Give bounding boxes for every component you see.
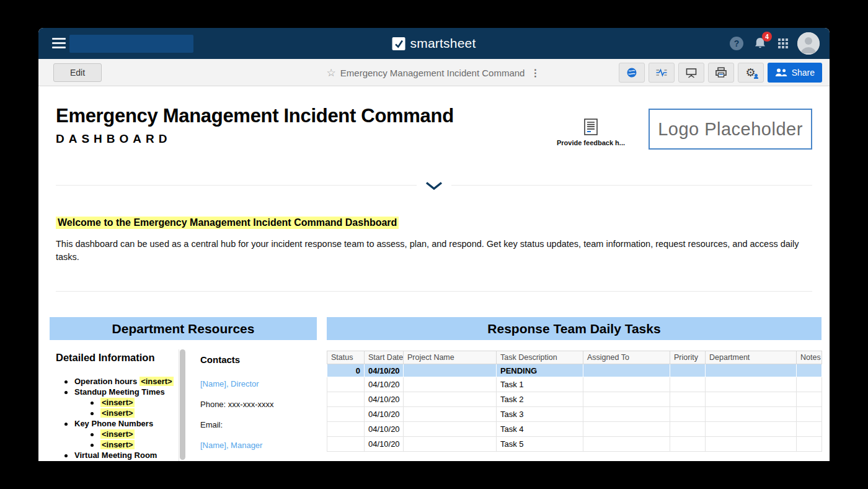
cell-assigned_to <box>583 364 670 377</box>
settings-button[interactable]: ⚙ <box>738 63 764 83</box>
page-title: Emergency Management Incident Command <box>56 105 454 127</box>
cell-task_description: Task 3 <box>497 407 583 422</box>
bullet-item: <insert> <box>56 408 198 419</box>
cell-department <box>706 437 797 452</box>
app-launcher-icon[interactable] <box>778 38 788 48</box>
cell-assigned_to <box>583 422 670 437</box>
feedback-document-icon <box>584 119 598 135</box>
bullet-item: <insert> <box>56 440 198 451</box>
cell-assigned_to <box>583 437 670 452</box>
cell-project_name <box>404 392 497 407</box>
page-subtitle: DASHBOARD <box>56 132 172 146</box>
smartsheet-logo[interactable]: smartsheet <box>392 28 476 59</box>
activity-log-button[interactable] <box>649 63 675 83</box>
more-options-icon[interactable]: ⋮ <box>529 67 541 79</box>
cell-priority <box>670 377 706 392</box>
favorite-star-icon[interactable]: ☆ <box>327 66 336 79</box>
cell-project_name <box>404 407 497 422</box>
cell-notes <box>797 422 822 437</box>
cell-start_date: 04/10/20 <box>365 422 404 437</box>
hamburger-menu-icon[interactable] <box>52 38 66 48</box>
top-actions: ? 4 <box>730 28 820 59</box>
scrollbar-thumb[interactable] <box>180 349 185 460</box>
table-row: 04/10/20Task 5 <box>327 437 822 452</box>
bullet-item: Virtual Meeting Room <box>56 451 198 461</box>
tasks-report-widget: StatusStart DateProject NameTask Descrip… <box>327 351 822 452</box>
feedback-label: Provide feedback h... <box>550 139 632 146</box>
contact-link[interactable]: [Name], Manager <box>200 435 312 455</box>
tasks-header-row: StatusStart DateProject NameTask Descrip… <box>327 351 822 364</box>
column-header: Assigned To <box>583 351 670 364</box>
share-people-icon <box>775 68 787 77</box>
cell-start_date: 04/10/20 <box>365 377 404 392</box>
column-header: Status <box>327 351 365 364</box>
publish-globe-button[interactable] <box>619 63 645 83</box>
fullscreen-button[interactable] <box>678 63 704 83</box>
cell-task_description: Task 1 <box>497 377 583 392</box>
dashboard-toolbar: Edit ☆ Emergency Management Incident Com… <box>38 59 830 86</box>
notifications-button[interactable]: 4 <box>753 35 769 52</box>
bullet-item: <insert> <box>56 429 198 440</box>
cell-notes <box>797 437 822 452</box>
chevron-down-icon <box>425 182 443 190</box>
table-row: 04/10/20Task 3 <box>327 407 822 422</box>
toolbar-actions: ⚙ Share <box>619 63 822 83</box>
edit-button[interactable]: Edit <box>53 63 102 82</box>
activity-icon <box>655 68 668 78</box>
table-row: 04/10/20Task 4 <box>327 422 822 437</box>
cell-notes <box>797 377 822 392</box>
contact-link[interactable]: [Name], Director <box>200 374 312 394</box>
cell-status <box>327 392 365 407</box>
summary-row: 004/10/20PENDING <box>327 364 822 377</box>
cell-project_name <box>404 364 497 377</box>
cell-start_date: 04/10/20 <box>365 437 404 452</box>
tasks-body: 004/10/20PENDING04/10/20Task 104/10/20Ta… <box>327 364 822 452</box>
cell-project_name <box>404 437 497 452</box>
cell-start_date: 04/10/20 <box>365 364 404 377</box>
search-input[interactable] <box>69 35 193 53</box>
avatar[interactable] <box>797 32 820 55</box>
bullet-item: Key Phone Numbers <box>56 419 198 429</box>
dashboard-title-text: Emergency Management Incident Command <box>340 68 525 78</box>
feedback-widget[interactable]: Provide feedback h... <box>550 119 632 146</box>
cell-start_date: 04/10/20 <box>365 407 404 422</box>
contacts-list: [Name], DirectorPhone: xxx-xxx-xxxxEmail… <box>200 374 312 455</box>
print-button[interactable] <box>708 63 734 83</box>
app-window: smartsheet ? 4 Edit ☆ Emergency Manageme… <box>38 28 830 461</box>
cell-department <box>706 407 797 422</box>
welcome-heading: Welcome to the Emergency Management Inci… <box>56 217 399 229</box>
cell-assigned_to <box>583 392 670 407</box>
globe-icon <box>626 67 637 78</box>
cell-status <box>327 422 365 437</box>
cell-task_description: Task 2 <box>497 392 583 407</box>
cell-priority <box>670 422 706 437</box>
logo-placeholder-box: Logo Placeholder <box>649 109 812 150</box>
cell-status: 0 <box>327 364 365 377</box>
column-header: Task Description <box>497 351 583 364</box>
table-row: 04/10/20Task 1 <box>327 377 822 392</box>
share-button[interactable]: Share <box>768 63 822 83</box>
presentation-icon <box>685 68 698 78</box>
response-tasks-header: Response Team Daily Tasks <box>327 317 822 340</box>
widget-scrollbar <box>179 349 185 461</box>
cell-task_description: Task 5 <box>497 437 583 452</box>
collapse-chevron[interactable] <box>417 178 451 193</box>
help-icon[interactable]: ? <box>730 37 743 50</box>
table-row: 04/10/20Task 2 <box>327 392 822 407</box>
cell-start_date: 04/10/20 <box>365 392 404 407</box>
department-resources-header: Department Resources <box>50 317 317 340</box>
column-header: Project Name <box>404 351 497 364</box>
cell-status <box>327 437 365 452</box>
share-label: Share <box>792 68 815 78</box>
cell-notes <box>797 407 822 422</box>
dashboard-content: Emergency Management Incident Command DA… <box>38 86 830 461</box>
section-divider <box>56 291 812 292</box>
detailed-information-title: Detailed Information <box>56 352 155 364</box>
logo-placeholder-text: Logo Placeholder <box>658 119 803 140</box>
detailed-info-list: Operation hours<insert>Standup Meeting T… <box>56 377 198 461</box>
cell-department <box>706 392 797 407</box>
smartsheet-check-icon <box>392 37 405 50</box>
cell-notes <box>797 364 822 377</box>
cell-notes <box>797 392 822 407</box>
tasks-table: StatusStart DateProject NameTask Descrip… <box>327 351 822 452</box>
